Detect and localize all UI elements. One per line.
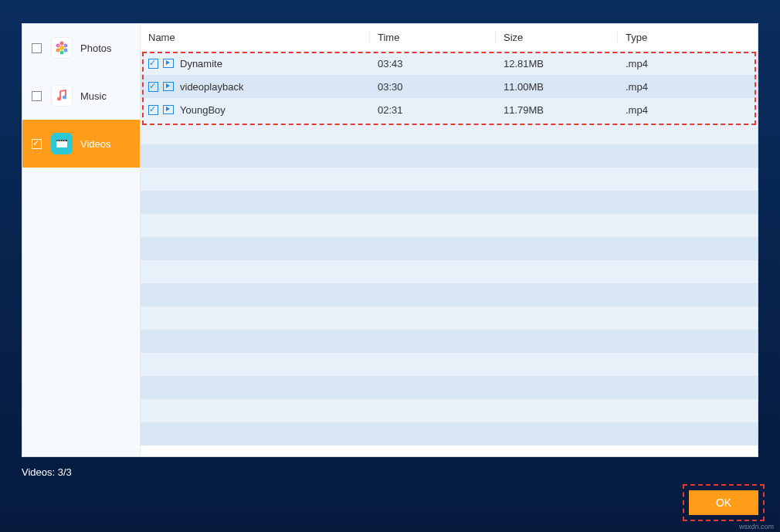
table-row[interactable]: Dynamite 03:43 12.81MB .mp4	[141, 52, 758, 75]
svg-point-13	[62, 140, 63, 141]
svg-point-0	[59, 46, 64, 50]
cell-type: .mp4	[618, 58, 746, 69]
table-row[interactable]: videoplayback 03:30 11.00MB .mp4	[141, 75, 758, 98]
table-header: Name Time Size Type	[141, 24, 758, 52]
header-size[interactable]: Size	[496, 32, 618, 43]
status-text: Videos: 3/3	[22, 466, 758, 478]
music-icon	[51, 85, 73, 107]
row-checkbox-icon[interactable]	[148, 105, 158, 115]
cell-name: videoplayback	[180, 81, 243, 93]
header-name[interactable]: Name	[141, 32, 370, 43]
svg-point-8	[63, 96, 66, 100]
svg-point-4	[60, 51, 64, 55]
photos-icon	[51, 37, 73, 59]
empty-rows	[141, 121, 758, 446]
table-body: Dynamite 03:43 12.81MB .mp4 videoplaybac…	[141, 52, 758, 456]
video-file-icon	[163, 59, 174, 68]
sidebar-item-label: Videos	[80, 138, 111, 150]
ok-button[interactable]: OK	[689, 490, 758, 515]
cell-size: 11.00MB	[496, 81, 618, 93]
cell-type: .mp4	[618, 104, 746, 116]
table-area: Name Time Size Type Dynamite 03:43 12.81…	[141, 24, 758, 456]
svg-point-12	[59, 140, 60, 141]
cell-time: 03:30	[370, 81, 496, 93]
videos-icon	[51, 133, 73, 154]
sidebar-item-label: Photos	[80, 42, 111, 54]
svg-point-6	[56, 44, 60, 48]
svg-point-11	[57, 140, 58, 141]
video-file-icon	[163, 105, 174, 114]
checkbox-icon[interactable]	[32, 139, 42, 149]
sidebar-item-music[interactable]: Music	[22, 72, 140, 120]
checkbox-icon[interactable]	[32, 91, 42, 101]
row-checkbox-icon[interactable]	[148, 59, 158, 69]
sidebar-item-label: Music	[80, 90, 107, 102]
svg-point-5	[56, 49, 60, 53]
sidebar: Photos Music Videos	[22, 24, 141, 456]
cell-size: 11.79MB	[496, 104, 618, 116]
cell-name: YoungBoy	[180, 104, 226, 116]
svg-point-14	[64, 140, 65, 141]
sidebar-item-photos[interactable]: Photos	[22, 24, 140, 72]
watermark: wsxdn.com	[739, 523, 774, 530]
svg-point-1	[60, 42, 64, 46]
cell-type: .mp4	[618, 81, 746, 93]
checkbox-icon[interactable]	[32, 43, 42, 53]
cell-time: 03:43	[370, 58, 496, 69]
sidebar-item-videos[interactable]: Videos	[22, 120, 140, 168]
header-time[interactable]: Time	[370, 32, 496, 43]
cell-size: 12.81MB	[496, 58, 618, 69]
main-panel: Photos Music Videos Name Time Size Type	[22, 23, 758, 457]
table-row[interactable]: YoungBoy 02:31 11.79MB .mp4	[141, 98, 758, 121]
cell-name: Dynamite	[180, 58, 222, 69]
cell-time: 02:31	[370, 104, 496, 116]
video-file-icon	[163, 82, 174, 91]
header-type[interactable]: Type	[618, 32, 746, 43]
svg-point-2	[64, 44, 68, 48]
row-checkbox-icon[interactable]	[148, 82, 158, 92]
svg-point-3	[64, 49, 68, 53]
